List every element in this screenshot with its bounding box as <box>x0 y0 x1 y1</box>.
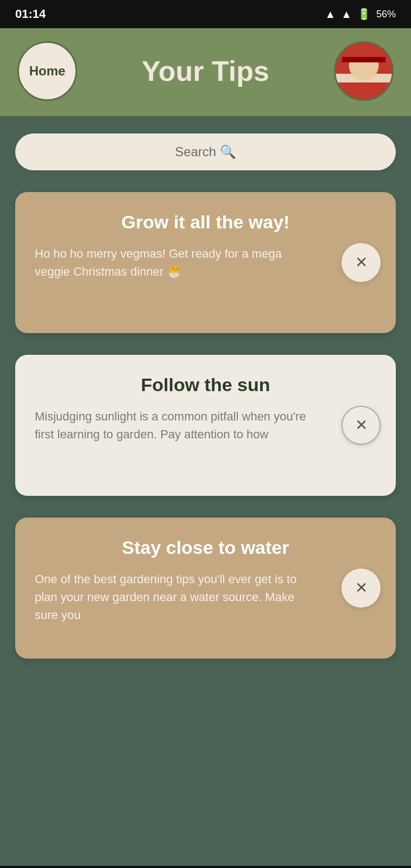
tip-cards-container: Grow it all the way!Ho ho ho merry vegma… <box>15 192 396 680</box>
tip-card-close-1[interactable]: ✕ <box>342 243 381 282</box>
close-icon-1: ✕ <box>355 255 368 270</box>
status-icons: ▲ ▲ 🔋 56% <box>325 8 396 21</box>
tip-card-body-2: Misjudging sunlight is a common pitfall … <box>35 407 315 443</box>
home-button[interactable]: Home <box>17 41 77 101</box>
tip-card-title-2: Follow the sun <box>35 374 376 395</box>
header: Home Your Tips <box>0 28 411 116</box>
status-bar: 01:14 ▲ ▲ 🔋 56% <box>0 0 411 28</box>
close-icon-2: ✕ <box>355 418 368 433</box>
battery-percent: 56% <box>376 9 396 20</box>
status-time: 01:14 <box>15 7 46 21</box>
signal-icon: ▲ <box>341 8 352 21</box>
home-button-label: Home <box>29 63 66 79</box>
wifi-icon: ▲ <box>325 8 336 21</box>
bottom-bar <box>0 866 411 868</box>
avatar-image <box>336 43 392 99</box>
tip-card-body-1: Ho ho ho merry vegmas! Get ready for a m… <box>35 245 315 280</box>
avatar-hat-band <box>342 57 385 62</box>
search-bar[interactable]: Search 🔍 <box>15 133 396 170</box>
avatar <box>334 41 394 101</box>
tip-card-1: Grow it all the way!Ho ho ho merry vegma… <box>15 192 396 333</box>
tip-card-close-2[interactable]: ✕ <box>342 406 381 445</box>
tip-card-title-3: Stay close to water <box>35 537 376 558</box>
tip-card-body-3: One of the best gardening tips you'll ev… <box>35 570 315 624</box>
close-icon-3: ✕ <box>355 580 368 596</box>
tip-card-3: Stay close to waterOne of the best garde… <box>15 518 396 659</box>
page-title: Your Tips <box>77 55 334 87</box>
tip-card-title-1: Grow it all the way! <box>35 212 376 233</box>
tip-card-close-3[interactable]: ✕ <box>342 569 381 608</box>
search-placeholder: Search 🔍 <box>175 144 236 159</box>
tip-card-2: Follow the sunMisjudging sunlight is a c… <box>15 355 396 496</box>
main-content: Search 🔍 Grow it all the way!Ho ho ho me… <box>0 116 411 866</box>
battery-icon: 🔋 <box>357 8 371 21</box>
